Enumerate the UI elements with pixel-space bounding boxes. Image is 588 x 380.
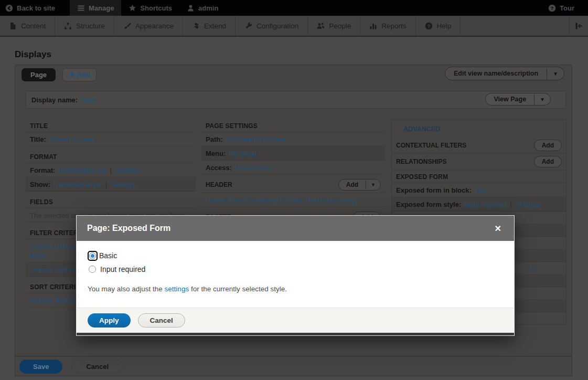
close-icon[interactable]: ✕ <box>491 223 505 235</box>
contextual-add-button[interactable]: Add <box>534 140 562 151</box>
add-display-button[interactable]: ✚Add <box>62 68 97 81</box>
chevron-down-icon[interactable]: ▼ <box>366 181 380 189</box>
back-to-site-link[interactable]: Back to site <box>0 0 62 16</box>
radio-basic-label[interactable]: Basic <box>99 251 117 260</box>
dialog-body: Basic Input required You may also adjust… <box>77 241 514 308</box>
displays-tabs: Page ✚Add Edit view name/description ▼ <box>15 65 572 84</box>
section-exposed-form-header: EXPOSED FORM <box>392 170 566 183</box>
view-page-button[interactable]: View Page ▼ <box>485 93 551 105</box>
people-icon <box>317 22 325 30</box>
section-fields-header: FIELDS <box>26 195 196 208</box>
title-label: Title: <box>30 135 46 143</box>
tray-item-help[interactable]: ? Help <box>416 16 461 36</box>
section-contextual-filters: CONTEXTUAL FILTERS Add <box>392 138 566 154</box>
show-label: Show: <box>30 181 50 188</box>
manage-label: Manage <box>89 4 114 12</box>
paintbrush-icon <box>123 22 131 30</box>
menu-value-link[interactable]: No menu <box>229 150 256 157</box>
view-page-label: View Page <box>486 93 534 105</box>
back-to-site-label: Back to site <box>17 4 55 12</box>
radio-input-required[interactable] <box>89 266 96 273</box>
form-actions: Save Cancel <box>15 356 572 377</box>
exposed-block-label: Exposed form in block: <box>396 186 472 194</box>
save-button[interactable]: Save <box>19 360 62 374</box>
radio-selected-icon <box>89 252 96 259</box>
format-value-link[interactable]: Unformatted list <box>58 166 106 174</box>
toolbar-item-tour[interactable]: ? Tour <box>541 0 582 16</box>
title-value-link[interactable]: Search Content <box>49 135 97 143</box>
header-result-summary-row: Global: Result summary (Global: Result s… <box>201 193 385 207</box>
sitemap-icon <box>64 22 72 30</box>
contextual-add-label: Add <box>534 140 561 151</box>
exposed-style-link[interactable]: Input required <box>464 200 506 208</box>
display-name-link[interactable]: Page <box>81 96 97 104</box>
chevron-down-icon[interactable]: ▼ <box>534 94 550 104</box>
access-value-link[interactable]: Unrestricted <box>235 164 272 172</box>
radio-row-input-required: Input required <box>88 262 504 276</box>
show-settings-link[interactable]: Settings <box>111 181 135 188</box>
tray-item-extend[interactable]: Extend <box>183 16 236 36</box>
admin-toolbar: Back to site Manage Shortcuts admin ? To… <box>0 0 588 16</box>
tray-item-people[interactable]: People <box>308 16 360 36</box>
tray-label: People <box>329 22 351 30</box>
help-circle-icon: ? <box>425 22 433 30</box>
column-second: PAGE SETTINGS Path:/solr-search/content … <box>201 119 385 226</box>
collapse-left-icon <box>575 22 583 30</box>
wrench-icon <box>244 22 252 30</box>
help-circle-icon: ? <box>548 4 556 12</box>
relationships-add-button[interactable]: Add <box>534 156 562 167</box>
dialog-titlebar: Page: Exposed Form ✕ <box>77 216 514 241</box>
dialog-cancel-button[interactable]: Cancel <box>138 313 185 328</box>
menu-label: Menu: <box>206 150 226 157</box>
cancel-button[interactable]: Cancel <box>71 360 123 374</box>
tray-label: Structure <box>76 22 105 30</box>
separator: | <box>102 181 111 188</box>
display-name-label: Display name: <box>31 96 78 104</box>
display-name-row: Display name: Page View Page ▼ <box>26 91 566 109</box>
apply-button[interactable]: Apply <box>88 313 131 328</box>
dialog-shadow-edge <box>77 333 514 335</box>
header-add-label: Add <box>339 180 366 190</box>
separator: | <box>106 166 115 174</box>
tray-label: Help <box>437 22 452 30</box>
tray-label: Content <box>21 22 46 30</box>
toolbar-item-shortcuts[interactable]: Shortcuts <box>121 0 179 16</box>
document-icon <box>9 22 17 30</box>
exposed-form-dialog: Page: Exposed Form ✕ Basic Input require… <box>76 215 515 336</box>
section-page-settings-header: PAGE SETTINGS <box>201 119 385 132</box>
tray-label: Configuration <box>256 22 298 30</box>
toolbar-orientation-toggle[interactable] <box>569 16 588 36</box>
separator: | <box>507 200 516 208</box>
format-settings-link[interactable]: Settings <box>115 166 140 174</box>
access-label: Access: <box>206 164 232 172</box>
tray-item-configuration[interactable]: Configuration <box>236 16 308 36</box>
edit-view-name-button[interactable]: Edit view name/description ▼ <box>445 67 564 80</box>
chevron-down-icon[interactable]: ▼ <box>547 68 564 79</box>
exposed-style-settings-link[interactable]: Settings <box>516 200 540 208</box>
toolbar-item-manage[interactable]: Manage <box>70 0 121 16</box>
page-title: Displays <box>15 49 51 60</box>
show-value-link[interactable]: Rendered entity <box>54 181 102 188</box>
advanced-toggle[interactable]: ADVANCED <box>392 120 566 138</box>
tray-item-reports[interactable]: Reports <box>360 16 415 36</box>
radio-input-required-label[interactable]: Input required <box>100 265 145 273</box>
bar-chart-icon <box>369 22 377 30</box>
result-summary-link[interactable]: Global: Result summary (Global: Result s… <box>206 196 358 204</box>
relationships-add-label: Add <box>534 156 561 167</box>
tray-item-structure[interactable]: Structure <box>55 16 114 36</box>
radio-basic[interactable] <box>88 251 98 261</box>
tray-item-content[interactable]: Content <box>0 16 55 36</box>
partial-link-fragment[interactable]: o <box>530 264 534 272</box>
tray-item-appearance[interactable]: Appearance <box>114 16 183 36</box>
exposed-block-link[interactable]: Yes <box>475 186 486 194</box>
puzzle-icon <box>192 22 200 30</box>
settings-link[interactable]: settings <box>165 285 189 293</box>
path-value-link[interactable]: /solr-search/content <box>226 135 286 143</box>
shortcuts-label: Shortcuts <box>140 4 172 12</box>
toolbar-item-admin[interactable]: admin <box>179 0 226 16</box>
header-add-button[interactable]: Add ▼ <box>338 179 381 191</box>
show-row: Show:Rendered entity|Settings <box>26 177 196 192</box>
format-row: Format:Unformatted list|Settings <box>26 163 196 177</box>
screen: Back to site Manage Shortcuts admin ? To… <box>0 0 588 380</box>
tab-page-display[interactable]: Page <box>22 68 56 81</box>
